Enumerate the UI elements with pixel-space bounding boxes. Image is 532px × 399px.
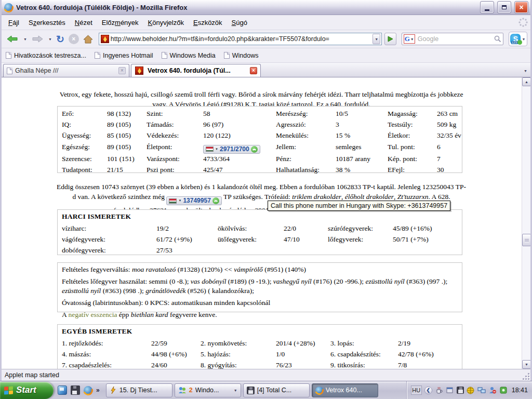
globe-icon[interactable]	[467, 386, 475, 394]
window-titlebar[interactable]: Vetrox 640. fordulója (Túlélők Földje) -…	[2, 0, 530, 15]
taskbar-button-totalcmd[interactable]: [4] Total C...	[243, 383, 310, 397]
menu-szerkesztes[interactable]: Szerkesztés	[24, 17, 70, 29]
language-indicator[interactable]: HU	[411, 385, 422, 395]
bookmark-item[interactable]: Hivatkozások testresza...	[6, 52, 86, 59]
menu-eszkozok[interactable]: Eszközök	[189, 17, 227, 29]
skill-label: 9. titkosírás:	[330, 360, 398, 369]
skype-badge: 123	[511, 41, 517, 44]
go-button[interactable]	[384, 33, 396, 45]
phone-icon[interactable]	[251, 146, 258, 153]
bookmark-page-icon	[224, 52, 230, 59]
stop-button[interactable]: ×	[67, 32, 81, 46]
bookmark-item[interactable]: Windows Media	[162, 52, 216, 59]
url-history-dropdown[interactable]: ▼	[373, 34, 380, 44]
skype-dropdown[interactable]: ▼	[522, 37, 525, 41]
url-input[interactable]	[111, 35, 373, 43]
forward-button[interactable]	[30, 32, 45, 46]
taskbar-button-messenger[interactable]: 2 Windo... ▼	[175, 383, 241, 397]
table-row: 4. mászás:44/98 (+6%) 5. hajózás:1/0 6. …	[62, 349, 460, 360]
skill-value: 201/4 (+28%)	[276, 338, 330, 349]
show-desktop-icon[interactable]	[58, 385, 67, 395]
taskbar-button-firefox-active[interactable]: Vetrox 640...	[312, 383, 378, 397]
essence-text: negatív esszencia	[68, 311, 117, 318]
skill-label: lőfegyverek:	[328, 234, 393, 245]
stat-value: 3	[336, 119, 388, 130]
skill-value: 76/23	[276, 360, 330, 369]
reload-button[interactable]: ↻	[55, 32, 66, 46]
bookmark-item[interactable]: Ingyenes Hotmail	[95, 52, 153, 59]
combat-skills-table: HARCI ISMERETEK víziharc:19/2 ökölvívás:…	[57, 209, 462, 255]
site-favicon	[101, 35, 109, 43]
minimize-icon	[485, 9, 489, 11]
stat-label: Varázspont:	[147, 154, 203, 165]
user-blocked-icon[interactable]	[488, 386, 497, 394]
tab-vetrox-active[interactable]: Vetrox 640. fordulója (Túl... ×	[131, 64, 261, 77]
collapse-chevron-icon[interactable]: ❮	[424, 387, 432, 394]
skype-toolbar-button[interactable]: S 123 ▼	[509, 32, 527, 46]
app-window-icon[interactable]	[446, 386, 454, 394]
desktop: Vetrox 640. fordulója (Túlélők Földje) -…	[0, 0, 532, 399]
restore-button[interactable]	[498, 2, 511, 13]
home-button[interactable]	[82, 32, 95, 46]
search-bar[interactable]: G▼	[402, 33, 503, 45]
essence-line: A negatív esszencia épp biethlan kard fe…	[62, 310, 458, 320]
vertical-scrollbar[interactable]: ▲ ▼	[522, 77, 530, 369]
scrollbar-thumb[interactable]	[522, 234, 530, 246]
taskbar: Start » 15. Dj Tiest... 2 Windo... ▼ [4]…	[0, 381, 532, 399]
phone-icon[interactable]	[212, 197, 219, 204]
firefox-icon[interactable]	[84, 386, 92, 395]
floppy-app-icon[interactable]	[71, 385, 80, 395]
skill-label: 2. nyomkövetés:	[201, 338, 276, 349]
skill-label	[218, 245, 284, 256]
stat-value: 6	[437, 141, 461, 154]
group-dropdown-icon[interactable]: ▼	[234, 389, 237, 392]
menu-nezet[interactable]: Nézet	[70, 17, 97, 29]
forward-dropdown[interactable]: ▼	[46, 32, 54, 46]
menu-sugo[interactable]: Súgó	[227, 17, 252, 29]
skill-value: 22/0	[284, 223, 328, 234]
location-bar[interactable]: ▼	[99, 33, 382, 45]
quicklaunch-overflow-chevron[interactable]: »	[96, 387, 100, 394]
table-row: víziharc:19/2 ökölvívás:22/0 szúrófegyve…	[62, 223, 460, 234]
skype-phone-widget[interactable]: ▼ 2971/2700	[203, 145, 260, 154]
skill-value: 22/59	[151, 338, 201, 349]
floppy-icon[interactable]	[457, 387, 464, 394]
back-button[interactable]	[5, 32, 20, 46]
clock[interactable]: 18:41	[512, 387, 528, 394]
minimize-button[interactable]	[481, 2, 494, 13]
start-button[interactable]: Start	[0, 382, 54, 399]
skill-label	[328, 245, 393, 256]
skype-phone-widget[interactable]: ▼13749957	[166, 196, 221, 205]
tab-strip: Ghalla Népe /// × Vetrox 640. fordulója …	[2, 63, 530, 77]
tab-ghalla-nepe[interactable]: Ghalla Népe /// ×	[3, 64, 129, 77]
search-engine-chip[interactable]: G▼	[404, 34, 415, 44]
java-icon[interactable]	[435, 386, 443, 394]
stat-value: 98 (132)	[107, 108, 147, 119]
tab-list-dropdown[interactable]: ▼	[521, 66, 529, 75]
stat-value: 32/35 év	[437, 130, 461, 141]
firefox-icon	[315, 387, 323, 394]
back-dropdown[interactable]: ▼	[21, 32, 29, 46]
menu-fajl[interactable]: Fájl	[4, 17, 24, 29]
stat-value: 10/5	[336, 108, 388, 119]
bookmark-item[interactable]: Windows	[224, 52, 259, 59]
tab-close-icon[interactable]: ×	[250, 67, 257, 74]
scroll-up-button[interactable]: ▲	[522, 77, 530, 86]
taskbar-button-winamp[interactable]: 15. Dj Tiest...	[106, 383, 172, 397]
caution-line: Óvatosság (labirintusokban): 0 KPCS: aut…	[62, 298, 458, 308]
menu-elozmenyek[interactable]: Előzmények	[97, 17, 143, 29]
stat-label: Tul. pont:	[388, 141, 437, 154]
scroll-down-button[interactable]: ▼	[522, 360, 530, 369]
search-icon[interactable]	[494, 35, 501, 43]
stat-label: EFejl:	[388, 165, 437, 176]
stat-label: Agresszió:	[276, 119, 336, 130]
menu-konyvjelzok[interactable]: Könyvjelzők	[143, 17, 189, 29]
network-icon[interactable]	[477, 386, 486, 394]
table-row: 7. csapdaészlelés:24/60 8. gyógyítás:76/…	[62, 360, 460, 369]
close-button[interactable]: ×	[515, 2, 528, 13]
resize-grip[interactable]	[523, 373, 530, 380]
stat-label: Támadás:	[147, 119, 203, 130]
tab-close-icon[interactable]: ×	[118, 67, 126, 74]
antivirus-icon[interactable]	[499, 386, 508, 394]
search-input[interactable]	[417, 35, 494, 43]
